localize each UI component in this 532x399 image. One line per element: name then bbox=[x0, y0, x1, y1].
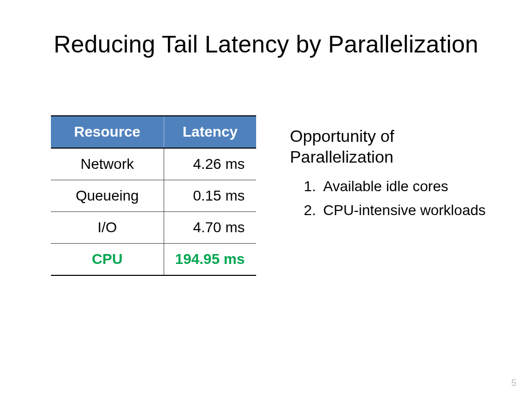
table-row: Network 4.26 ms bbox=[51, 148, 256, 180]
latency-table: Resource Latency Network 4.26 ms Queuein… bbox=[51, 115, 256, 276]
col-header-latency: Latency bbox=[164, 116, 256, 148]
slide: Reducing Tail Latency by Parallelization… bbox=[0, 0, 532, 399]
cell-resource: CPU bbox=[51, 244, 164, 276]
cell-latency: 0.15 ms bbox=[164, 180, 256, 212]
table-header-row: Resource Latency bbox=[51, 116, 256, 148]
cell-latency: 4.26 ms bbox=[164, 148, 256, 180]
table-row: I/O 4.70 ms bbox=[51, 212, 256, 244]
list-item: Available idle cores bbox=[320, 177, 493, 196]
cell-latency: 4.70 ms bbox=[164, 212, 256, 244]
cell-resource: Network bbox=[51, 148, 164, 180]
cell-resource: Queueing bbox=[51, 180, 164, 212]
opportunity-heading: Opportunity of Parallelization bbox=[290, 126, 493, 167]
col-header-resource: Resource bbox=[51, 116, 164, 148]
page-number: 5 bbox=[511, 378, 516, 389]
table-row: CPU 194.95 ms bbox=[51, 244, 256, 276]
cell-latency: 194.95 ms bbox=[164, 244, 256, 276]
opportunity-block: Opportunity of Parallelization Available… bbox=[290, 126, 493, 224]
opportunity-list: Available idle cores CPU-intensive workl… bbox=[320, 177, 493, 220]
list-item: CPU-intensive workloads bbox=[320, 201, 493, 220]
slide-title: Reducing Tail Latency by Parallelization bbox=[0, 30, 532, 58]
cell-resource: I/O bbox=[51, 212, 164, 244]
table-row: Queueing 0.15 ms bbox=[51, 180, 256, 212]
